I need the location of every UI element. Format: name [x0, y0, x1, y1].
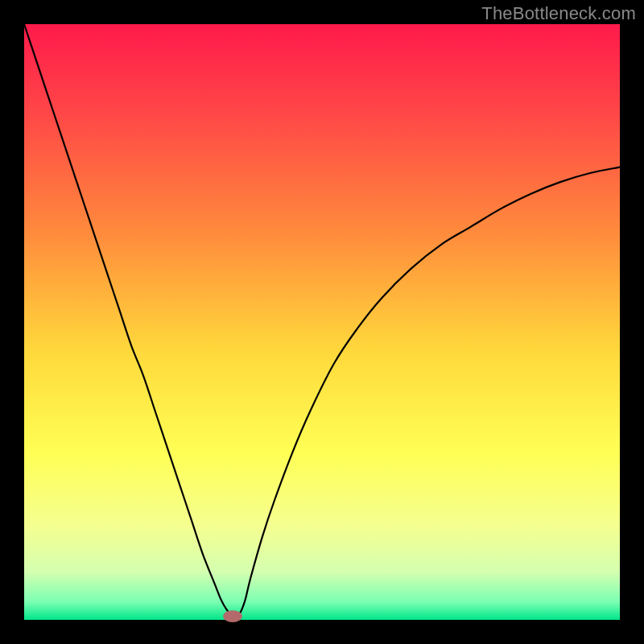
- chart-frame: TheBottleneck.com: [0, 0, 644, 644]
- curve-svg: [24, 24, 620, 620]
- plot-area: [24, 24, 620, 620]
- bottleneck-curve: [24, 24, 620, 617]
- watermark-text: TheBottleneck.com: [481, 3, 636, 24]
- minimum-marker: [223, 610, 242, 622]
